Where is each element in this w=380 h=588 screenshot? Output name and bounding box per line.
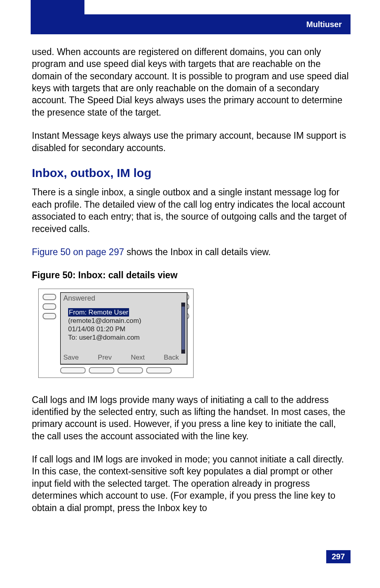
- softkey-buttons: [60, 367, 172, 374]
- paragraph: Call logs and IM logs provide many ways …: [32, 394, 351, 442]
- lcd-scrollbar: [181, 303, 185, 354]
- header-accent: [31, 0, 84, 34]
- lcd-body: From: Remote User (remote1@domain.com) 0…: [68, 308, 174, 342]
- lcd-softkey-row: Save Prev Next Back: [63, 353, 179, 362]
- softkey-label-prev: Prev: [98, 353, 112, 362]
- section-heading: Inbox, outbox, IM log: [32, 165, 351, 181]
- softkey-button: [146, 367, 172, 374]
- softkey-label-save: Save: [63, 353, 79, 362]
- lcd-screen-title: Answered: [63, 294, 95, 303]
- scroll-down-icon: [182, 350, 185, 354]
- lcd-selected-row: From: Remote User: [68, 308, 129, 317]
- lcd-from-address: (remote1@domain.com): [68, 317, 141, 324]
- lcd-to: To: user1@domain.com: [68, 334, 140, 341]
- page-number: 297: [332, 552, 345, 561]
- page-number-badge: 297: [326, 550, 351, 563]
- scroll-up-icon: [182, 303, 185, 307]
- paragraph: There is a single inbox, a single outbox…: [32, 186, 351, 234]
- paragraph: Figure 50 on page 297 shows the Inbox in…: [32, 246, 351, 258]
- header-section-title: Multiuser: [306, 20, 342, 29]
- softkey-label-back: Back: [164, 353, 179, 362]
- paragraph: Instant Message keys always use the prim…: [32, 130, 351, 154]
- lcd-datetime: 01/14/08 01:20 PM: [68, 325, 125, 333]
- page-content: used. When accounts are registered on di…: [32, 46, 351, 525]
- paragraph: used. When accounts are registered on di…: [32, 46, 351, 118]
- text-run: shows the Inbox in call details view.: [124, 247, 270, 257]
- header-bar: Multiuser: [84, 14, 351, 34]
- figure-caption: Figure 50: Inbox: call details view: [32, 269, 351, 281]
- softkey-button: [118, 367, 143, 374]
- text-run: If call logs and IM logs are invoked in: [32, 454, 185, 464]
- figure-inbox-call-details: Answered From: Remote User (remote1@doma…: [38, 289, 194, 378]
- softkey-button: [60, 367, 86, 374]
- paragraph: If call logs and IM logs are invoked in …: [32, 453, 351, 514]
- line-key-icon: [43, 303, 56, 310]
- figure-xref-link[interactable]: Figure 50 on page 297: [32, 247, 124, 257]
- softkey-button: [89, 367, 114, 374]
- line-key-icon: [43, 294, 56, 300]
- phone-lcd: Answered From: Remote User (remote1@doma…: [60, 292, 188, 365]
- line-key-icon: [43, 313, 56, 319]
- softkey-label-next: Next: [131, 353, 145, 362]
